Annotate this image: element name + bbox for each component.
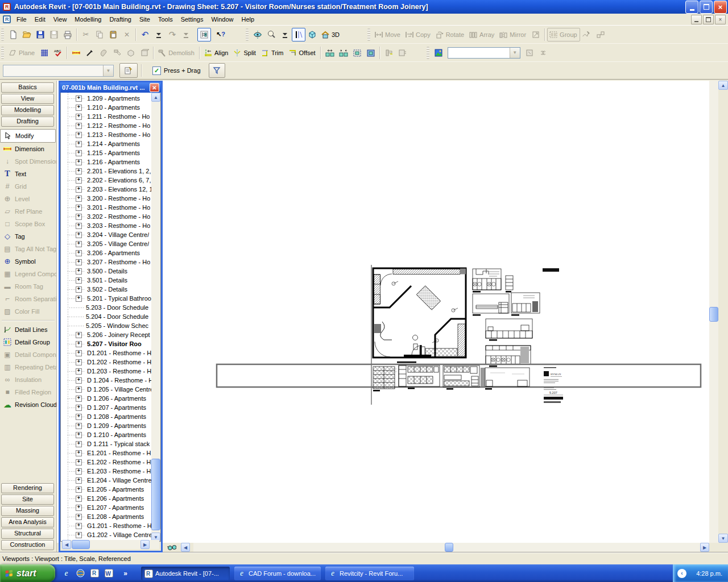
thin-lines-button[interactable] [292,28,305,41]
expand-icon[interactable]: + [76,487,82,493]
scroll-left-button[interactable]: ◀ [62,540,71,549]
tree-item[interactable]: +E1.205 - Apartments [61,485,151,494]
whats-this-button[interactable]: ↖? [214,28,228,41]
scroll-down-button[interactable]: ▼ [718,534,728,543]
expand-icon[interactable]: + [76,414,82,420]
tree-item[interactable]: +E1.208 - Apartments [61,512,151,521]
expand-icon[interactable]: + [76,123,82,129]
expand-icon[interactable]: + [76,386,82,393]
tree-item[interactable]: +D1.203 - Resthome - H [61,367,151,376]
taskbar-button[interactable]: eCAD Forum - downloa... [234,567,321,580]
expand-icon[interactable]: + [76,168,82,174]
rotate-button[interactable]: Rotate [433,28,467,41]
zoom-dropdown-button[interactable] [278,28,292,41]
snap-grid-button[interactable] [38,46,51,60]
expand-icon[interactable]: + [76,296,82,302]
scroll-thumb[interactable] [445,543,453,552]
menu-help[interactable]: Help [238,14,259,24]
ie-icon[interactable]: e [61,568,71,578]
tree-item[interactable]: +1.211 - Resthome - Ho [61,112,151,121]
copy-move-button[interactable]: Copy [403,28,433,41]
3d-box-button[interactable] [305,28,319,41]
expand-icon[interactable]: + [76,477,82,484]
expand-icon[interactable]: + [76,214,82,220]
cut-button[interactable]: ✂ [79,28,93,41]
tool-symbol[interactable]: ⊕Symbol [0,255,56,268]
tree-item[interactable]: +D1.202 - Resthome - H [61,357,151,367]
expand-icon[interactable]: + [76,459,82,465]
expand-icon[interactable]: + [76,150,82,156]
tree-item[interactable]: +2.202 - Elevations 6, 7, [61,176,151,185]
face-button[interactable] [138,46,151,60]
design-tab-area-analysis[interactable]: Area Analysis [1,517,54,527]
expand-icon[interactable]: + [76,514,82,520]
tree-item[interactable]: +E1.206 - Apartments [61,494,151,503]
expand-icon[interactable]: + [76,432,82,438]
expand-icon[interactable]: + [76,186,82,193]
tree-item[interactable]: +3.202 - Resthome - Ho [61,212,151,221]
menu-settings[interactable]: Settings [177,14,208,24]
tree-item[interactable]: +1.210 - Apartments [61,103,151,112]
design-option-pick-button[interactable] [523,46,536,60]
design-tab-view[interactable]: View [1,94,54,104]
expand-icon[interactable]: + [76,196,82,202]
menu-window[interactable]: Window [207,14,237,24]
demolish-button[interactable]: Demolish [156,46,197,60]
tool-dimension[interactable]: Dimension [0,143,56,155]
filter-button[interactable] [209,63,225,78]
close-button[interactable]: × [714,1,727,14]
toolbar-grip[interactable] [367,28,370,41]
scroll-thumb[interactable] [151,459,160,530]
menu-view[interactable]: View [49,14,71,24]
expand-icon[interactable]: + [76,496,82,502]
expand-icon[interactable]: + [76,141,82,147]
tree-item[interactable]: +D1.201 - Resthome - H [61,348,151,357]
tree-vertical-scrollbar[interactable]: ▲ ▼ [151,93,160,541]
tree-item[interactable]: +5.207 - Visitor Roo [61,339,151,348]
expand-icon[interactable]: + [76,359,82,365]
tree-item[interactable]: +D 1.209 - Apartments [61,421,151,430]
tree-item[interactable]: +E1.204 - Village Centre [61,476,151,485]
toolbar-grip[interactable] [1,47,4,59]
restore-button[interactable] [700,1,713,14]
match-button[interactable] [83,46,97,60]
design-options-dropdown[interactable]: ▼ [448,47,520,59]
toolbar-grip[interactable] [427,47,429,59]
toolbar-grip[interactable] [1,28,4,41]
scroll-thumb[interactable] [709,307,718,322]
tree-item[interactable]: 5.203 - Door Schedule [61,303,151,312]
properties-button[interactable] [119,63,138,78]
link-button[interactable] [594,28,607,41]
design-tab-basics[interactable]: Basics [1,82,54,93]
copy-button[interactable] [93,28,106,41]
brush-button[interactable] [110,46,124,60]
taskbar-button[interactable]: eRevitcity - Revit Foru... [325,567,414,580]
expand-icon[interactable]: + [76,423,82,429]
pin-button[interactable] [580,28,594,41]
tool-room-separatic[interactable]: ⌐Room Separatic [0,293,56,305]
expand-icon[interactable]: + [76,259,82,265]
tree-item[interactable]: +5.206 - Joinery Recept [61,330,151,339]
expand-icon[interactable]: + [76,405,82,411]
tree-item[interactable]: +3.201 - Resthome - Ho [61,203,151,212]
design-tab-massing[interactable]: Massing [1,506,54,516]
expand-icon[interactable]: + [76,341,82,347]
tool-detail-compone[interactable]: ▣Detail Compone [0,348,56,361]
align-button[interactable]: Align [202,46,231,60]
tree-item[interactable]: +D 1.206 - Apartments [61,394,151,403]
revit-icon[interactable]: R [90,568,100,578]
tree-item[interactable]: 5.205 - Window Schec [61,321,151,330]
expand-icon[interactable]: + [76,250,82,256]
tree-horizontal-scrollbar[interactable]: ◀ ▶ [62,540,159,549]
toolbar-grip[interactable] [246,28,249,41]
tree-item[interactable]: +5.201 - Typical Bathroo [61,294,151,303]
close-icon[interactable]: ✕ [150,83,159,92]
expand-icon[interactable]: + [76,468,82,475]
tree-item[interactable]: +E1.201 - Resthome - H [61,448,151,458]
tree-item[interactable]: +1.213 - Resthome - Ho [61,130,151,139]
mdi-minimize-button[interactable] [691,15,702,24]
ref-plane-button[interactable]: Plane [6,46,38,60]
tree-item[interactable]: +1.214 - Apartments [61,139,151,148]
expand-icon[interactable]: + [76,205,82,211]
type-selector-dropdown[interactable]: ▼ [3,65,114,77]
